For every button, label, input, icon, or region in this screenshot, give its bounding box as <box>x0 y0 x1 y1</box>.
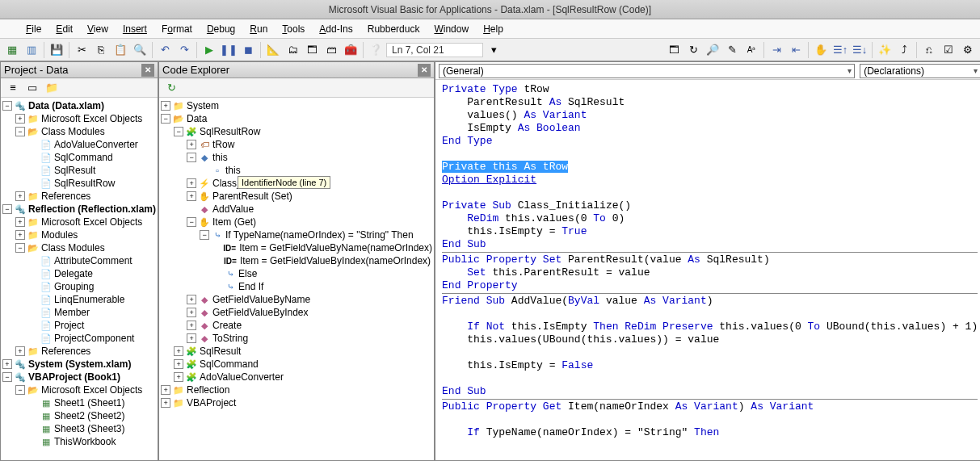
tree-class-grouping[interactable]: 📄Grouping <box>2 280 156 293</box>
rd-todo-icon[interactable]: ☑ <box>940 41 957 59</box>
ce-sqlcommand[interactable]: +🧩SqlCommand <box>161 358 432 371</box>
expand-icon[interactable]: + <box>161 385 170 395</box>
rd-outdent-icon[interactable]: ⇤ <box>787 41 805 59</box>
ce-system[interactable]: +📁System <box>161 99 432 112</box>
rd-move-up-icon[interactable]: ☰↑ <box>831 41 849 59</box>
rd-toolwindow-icon[interactable]: 🗔 <box>665 41 683 59</box>
object-browser-icon[interactable]: 🗃 <box>322 41 340 59</box>
collapse-icon[interactable]: − <box>187 217 196 227</box>
close-icon[interactable]: ✕ <box>141 64 154 77</box>
ce-endif[interactable]: ⤷End If <box>161 280 432 293</box>
collapse-icon[interactable]: − <box>174 127 183 136</box>
tree-sheet2[interactable]: ▦Sheet2 (Sheet2) <box>2 409 156 422</box>
rd-settings-icon[interactable]: ⚙ <box>959 41 977 59</box>
ce-classinit[interactable]: +⚡Class_IdentifierNode (line 7) <box>161 177 432 190</box>
collapse-icon[interactable]: − <box>15 127 25 136</box>
ce-reflection[interactable]: +📁Reflection <box>161 383 432 396</box>
design-mode-icon[interactable]: 📐 <box>264 41 282 59</box>
dropdown-icon[interactable]: ▾ <box>485 41 503 59</box>
rd-extract-icon[interactable]: ⤴ <box>895 41 913 59</box>
expand-icon[interactable]: + <box>174 359 183 369</box>
tree-project-vbaproj[interactable]: −🔩VBAProject (Book1) <box>2 371 156 383</box>
break-icon[interactable]: ❚❚ <box>220 41 238 59</box>
project-explorer-icon[interactable]: 🗂 <box>284 41 301 59</box>
reset-icon[interactable]: ◼ <box>239 41 257 59</box>
project-tree[interactable]: −🔩Data (Data.xlam) +📁Microsoft Excel Obj… <box>1 98 158 460</box>
ce-sqlresrow[interactable]: −🧩SqlResultRow <box>161 125 432 138</box>
refresh-icon[interactable]: ↻ <box>162 79 180 97</box>
collapse-icon[interactable]: − <box>200 230 209 240</box>
view-code-icon[interactable]: ≡ <box>4 79 22 97</box>
object-combo[interactable]: (General) <box>439 64 855 78</box>
menu-view[interactable]: View <box>81 22 115 36</box>
tree-class-member[interactable]: 📄Member <box>2 306 156 319</box>
tree-project-system[interactable]: +🔩System (System.xlam) <box>2 358 156 371</box>
ce-this[interactable]: −◆this <box>161 151 432 164</box>
ce-parentres[interactable]: +✋ParentResult (Set) <box>161 190 432 203</box>
expand-icon[interactable]: + <box>187 191 196 201</box>
ce-tostring[interactable]: +◆ToString <box>161 332 432 345</box>
ce-getbyname[interactable]: +◆GetFieldValueByName <box>161 293 432 306</box>
ce-vbaproj[interactable]: +📁VBAProject <box>161 396 432 409</box>
expand-icon[interactable]: + <box>15 217 25 227</box>
tree-folder-meo3[interactable]: −📂Microsoft Excel Objects <box>2 383 156 396</box>
menu-rubberduck[interactable]: Rubberduck <box>361 22 427 36</box>
tree-project-reflection[interactable]: −🔩Reflection (Reflection.xlam) <box>2 203 156 216</box>
tree-folder-meo2[interactable]: +📁Microsoft Excel Objects <box>2 216 156 228</box>
insert-module-icon[interactable]: ▥ <box>23 41 40 59</box>
rd-indent-icon[interactable]: ⇥ <box>768 41 785 59</box>
collapse-icon[interactable]: − <box>2 372 12 382</box>
menu-file[interactable]: File <box>19 22 48 36</box>
excel-icon[interactable]: ▦ <box>3 41 21 59</box>
ce-itemget[interactable]: −✋Item (Get) <box>161 216 432 228</box>
expand-icon[interactable]: + <box>187 333 196 343</box>
rd-refactor-icon[interactable]: ✎ <box>723 41 741 59</box>
ce-sqlresult[interactable]: +🧩SqlResult <box>161 345 432 358</box>
menu-insert[interactable]: Insert <box>116 22 154 36</box>
toggle-folders-icon[interactable]: 📁 <box>43 79 61 97</box>
view-object-icon[interactable]: ▭ <box>23 79 41 97</box>
ce-trow[interactable]: +🏷tRow <box>161 138 432 151</box>
expand-icon[interactable]: + <box>187 295 196 304</box>
tree-project-data[interactable]: −🔩Data (Data.xlam) <box>2 99 156 112</box>
ce-id2[interactable]: ID=Item = GetFieldValueByIndex(nameOrInd… <box>161 254 432 267</box>
rd-wand-icon[interactable]: ✨ <box>876 41 894 59</box>
tree-sheet1[interactable]: ▦Sheet1 (Sheet1) <box>2 396 156 409</box>
tree-folder-refs2[interactable]: +📁References <box>2 345 156 358</box>
tree-folder-classmods[interactable]: −📂Class Modules <box>2 125 156 138</box>
copy-icon[interactable]: ⎘ <box>92 41 110 59</box>
expand-icon[interactable]: + <box>161 101 170 111</box>
rd-hand-icon[interactable]: ✋ <box>812 41 830 59</box>
save-icon[interactable]: 💾 <box>48 41 65 59</box>
tree-folder-refs[interactable]: +📁References <box>2 190 156 203</box>
procedure-combo[interactable]: (Declarations) <box>860 64 980 78</box>
tree-class-delegate[interactable]: 📄Delegate <box>2 267 156 280</box>
menu-tools[interactable]: Tools <box>275 22 311 36</box>
code-explorer-tree[interactable]: +📁System −📂Data −🧩SqlResultRow +🏷tRow −◆… <box>159 98 434 460</box>
run-icon[interactable]: ▶ <box>200 41 218 59</box>
paste-icon[interactable]: 📋 <box>111 41 129 59</box>
tree-class-sqlresrow[interactable]: 📄SqlResultRow <box>2 177 156 190</box>
ce-ifline[interactable]: −⤷If TypeName(nameOrIndex) = "String" Th… <box>161 228 432 241</box>
collapse-icon[interactable]: − <box>15 243 25 253</box>
menu-help[interactable]: Help <box>477 22 510 36</box>
rd-inspect-icon[interactable]: 🔎 <box>704 41 721 59</box>
expand-icon[interactable]: + <box>187 178 196 188</box>
expand-icon[interactable]: + <box>15 114 25 124</box>
menu-run[interactable]: Run <box>243 22 274 36</box>
expand-icon[interactable]: + <box>187 308 196 317</box>
expand-icon[interactable]: + <box>174 372 183 382</box>
collapse-icon[interactable]: − <box>15 385 25 395</box>
toolbox-icon[interactable]: 🧰 <box>342 41 360 59</box>
menu-addins[interactable]: Add-Ins <box>313 22 359 36</box>
menu-window[interactable]: Window <box>427 22 475 36</box>
ce-thisfield[interactable]: ▫this <box>161 164 432 177</box>
tree-sheet3[interactable]: ▦Sheet3 (Sheet3) <box>2 422 156 435</box>
redo-icon[interactable]: ↷ <box>175 41 193 59</box>
collapse-icon[interactable]: − <box>161 114 170 124</box>
tree-folder-meo[interactable]: +📁Microsoft Excel Objects <box>2 112 156 125</box>
ce-else[interactable]: ⤷Else <box>161 267 432 280</box>
ce-getbyidx[interactable]: +◆GetFieldValueByIndex <box>161 306 432 319</box>
tree-folder-modules[interactable]: +📁Modules <box>2 228 156 241</box>
tree-class-sqlcmd[interactable]: 📄SqlCommand <box>2 151 156 164</box>
